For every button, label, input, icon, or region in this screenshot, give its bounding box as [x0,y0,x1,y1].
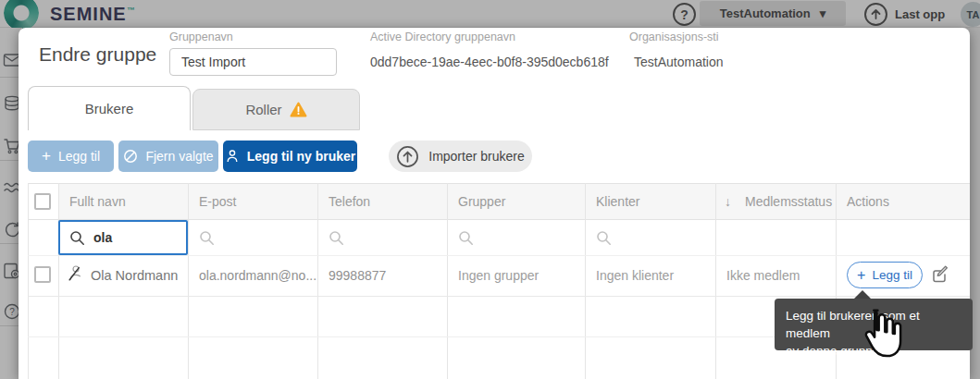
filter-fullt-navn-input[interactable] [93,230,177,245]
person-icon [225,149,240,164]
select-all-checkbox[interactable] [34,193,51,210]
search-icon [199,230,215,246]
cell-medlemsstatus: Ikke medlem [726,255,800,296]
group-name-label: Gruppenavn [169,31,233,43]
remove-selected-button[interactable]: Fjern valgte [118,141,218,172]
remove-selected-label: Fjern valgte [145,149,213,164]
import-users-button[interactable]: Importer brukere [389,141,532,172]
upload-circle-icon [396,145,419,168]
column-divider [447,183,448,379]
row-checkbox[interactable] [34,266,51,283]
column-divider [715,183,716,379]
org-path-value: TestAutomation [634,55,724,69]
col-header-medlemsstatus[interactable]: Medlemsstatus [745,183,832,220]
org-path-label: Organisasjons-sti [629,31,719,43]
import-users-label: Importer brukere [428,149,524,164]
column-divider [317,183,318,379]
filter-fullt-navn[interactable] [58,220,188,255]
column-divider [585,183,586,379]
col-header-epost[interactable]: E-post [199,183,236,220]
plus-icon: + [857,267,865,284]
search-icon [596,230,612,246]
ad-group-value: 0dd7bece-19ae-4eec-b0f8-395d0ecb618f [370,55,609,69]
filter-grupper[interactable] [458,220,474,255]
tab-roller[interactable]: Roller [192,89,360,130]
add-new-user-label: Legg til ny bruker [247,149,355,164]
ad-group-label: Active Directory gruppenavn [370,31,515,43]
sort-down-icon[interactable]: ↓ [725,183,731,220]
hand-cursor-icon [856,305,908,359]
row-divider [28,296,970,297]
group-name-input[interactable] [169,48,337,76]
col-header-klienter[interactable]: Klienter [596,183,639,220]
filter-epost[interactable] [199,220,215,255]
tab-roller-label: Roller [245,102,281,117]
warning-icon [290,102,307,117]
edit-group-modal: Endre gruppe Gruppenavn Active Directory… [19,28,970,379]
filter-klienter[interactable] [596,220,612,255]
column-divider [188,183,189,379]
cell-telefon: 99988877 [329,255,386,296]
tab-brukere-label: Brukere [85,101,134,116]
plus-icon: + [42,147,51,165]
cell-fullt-navn: Ola Nordmann [91,255,178,296]
modal-title: Endre gruppe [39,43,156,66]
column-divider [28,183,29,379]
filter-telefon[interactable] [329,220,344,255]
search-icon [69,230,85,246]
user-disabled-icon [67,264,84,282]
tab-brukere[interactable]: Brukere [28,86,191,130]
col-header-grupper[interactable]: Grupper [458,183,505,220]
add-button-label: Legg til [58,149,100,164]
col-header-actions: Actions [847,183,889,220]
add-new-user-button[interactable]: Legg til ny bruker [223,141,357,172]
row-add-button[interactable]: + Legg til [847,262,923,288]
ban-icon [123,149,138,164]
col-header-telefon[interactable]: Telefon [329,183,370,220]
cell-epost: ola.nordmann@no... [199,255,316,296]
cell-klienter: Ingen klienter [596,255,674,296]
column-divider [58,183,59,379]
search-icon [329,230,344,246]
edit-icon[interactable] [931,264,950,284]
search-icon [458,230,474,246]
row-add-button-label: Legg til [872,268,912,282]
col-header-fullt-navn[interactable]: Fullt navn [69,183,126,220]
add-button[interactable]: + Legg til [28,141,114,172]
cell-grupper: Ingen grupper [458,255,539,296]
